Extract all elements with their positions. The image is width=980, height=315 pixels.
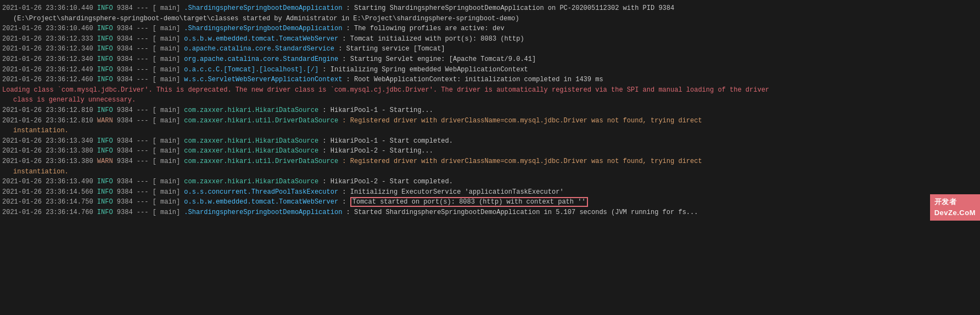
log-line-7: 2021-01-26 23:36:12.460 INFO 9384 --- [ … — [2, 75, 978, 85]
log-line-13b: instantiation. — [2, 167, 978, 177]
log-line-4: 2021-01-26 23:36:12.340 INFO 9384 --- [ … — [2, 44, 978, 54]
log-line-12: 2021-01-26 23:36:13.380 INFO 9384 --- [ … — [2, 146, 978, 156]
log-line-10b: instantiation. — [2, 126, 978, 136]
terminal-window: 2021-01-26 23:36:10.440 INFO 9384 --- [ … — [0, 0, 980, 221]
log-line-9: 2021-01-26 23:36:12.810 INFO 9384 --- [ … — [2, 105, 978, 116]
log-line-17: 2021-01-26 23:36:14.760 INFO 9384 --- [ … — [2, 207, 978, 218]
log-line-11: 2021-01-26 23:36:13.340 INFO 9384 --- [ … — [2, 136, 978, 147]
log-line-15: 2021-01-26 23:36:14.560 INFO 9384 --- [ … — [2, 187, 978, 198]
log-line-3: 2021-01-26 23:36:12.333 INFO 9384 --- [ … — [2, 34, 978, 44]
log-line-1: 2021-01-26 23:36:10.440 INFO 9384 --- [ … — [2, 3, 978, 14]
log-line-16: 2021-01-26 23:36:14.750 INFO 9384 --- [ … — [2, 197, 978, 207]
log-line-14: 2021-01-26 23:36:13.490 INFO 9384 --- [ … — [2, 177, 978, 187]
log-line-13: 2021-01-26 23:36:13.380 WARN 9384 --- [ … — [2, 156, 978, 167]
log-line-1b: (E:\Project\shardingsphere-springboot-de… — [2, 14, 978, 24]
log-line-6: 2021-01-26 23:36:12.449 INFO 9384 --- [ … — [2, 65, 978, 75]
highlighted-message: Tomcat started on port(s): 8083 (http) w… — [350, 197, 588, 207]
log-line-deprecated-1: Loading class `com.mysql.jdbc.Driver'. T… — [2, 85, 978, 95]
watermark: 开发者DevZe.CoM — [930, 194, 980, 221]
log-line-2: 2021-01-26 23:36:10.460 INFO 9384 --- [ … — [2, 24, 978, 34]
log-line-10: 2021-01-26 23:36:12.810 WARN 9384 --- [ … — [2, 116, 978, 126]
log-line-5: 2021-01-26 23:36:12.340 INFO 9384 --- [ … — [2, 54, 978, 65]
log-line-deprecated-1b: class is generally unnecessary. — [2, 95, 978, 105]
